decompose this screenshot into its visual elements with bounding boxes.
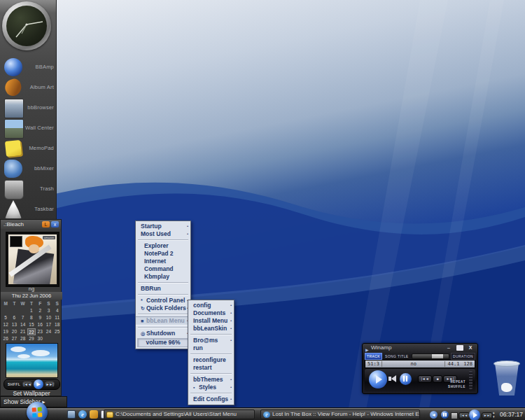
track-label[interactable]: TRACK: [365, 353, 382, 360]
calendar-day[interactable]: 14: [19, 321, 27, 328]
calendar-day[interactable]: 26: [1, 335, 10, 342]
menu-item-config[interactable]: config•: [188, 302, 234, 309]
pause-button[interactable]: [400, 373, 412, 385]
dock-item-trash[interactable]: Trash: [0, 179, 56, 200]
calendar-day[interactable]: 18: [53, 321, 62, 328]
calendar-day[interactable]: 24: [44, 328, 52, 335]
calendar-day[interactable]: 1: [27, 307, 36, 314]
dock-item-taskbar[interactable]: Taskbar: [0, 200, 56, 220]
menu-item-bbthemes[interactable]: bbThemes•: [188, 376, 234, 384]
menu-item-explorer[interactable]: Explorer: [136, 242, 190, 250]
calendar-day[interactable]: 23: [36, 328, 44, 335]
calendar-day[interactable]: 30: [36, 335, 44, 342]
tray-pause-button[interactable]: [441, 411, 449, 419]
calendar-day[interactable]: 22: [27, 328, 36, 335]
internet-explorer-icon[interactable]: e: [78, 410, 87, 419]
next-wallpaper-button[interactable]: ►►|: [45, 382, 55, 387]
widget-close-button[interactable]: x: [51, 221, 59, 227]
calendar-day[interactable]: [10, 307, 18, 314]
menu-item-documents[interactable]: Documents•: [188, 309, 234, 317]
minimize-icon[interactable]: –: [445, 345, 452, 351]
tray-stop-button[interactable]: [451, 412, 458, 419]
maximize-icon[interactable]: [456, 345, 463, 351]
calendar-day[interactable]: 8: [27, 314, 36, 321]
dock-item-memopad[interactable]: MemoPad: [0, 139, 56, 159]
start-button[interactable]: [27, 402, 48, 420]
menu-item-control-panel[interactable]: *Control Panel•: [136, 297, 190, 304]
tray-previous-button[interactable]: |◄◄: [458, 412, 470, 419]
show-desktop-icon[interactable]: [67, 410, 76, 419]
menu-item-install-menu[interactable]: Install Menu•: [188, 317, 234, 325]
menu-item-bblean-menu[interactable]: ■bbLean Menu•: [136, 316, 190, 326]
calendar-day[interactable]: 12: [1, 321, 10, 328]
dock-item-album-art[interactable]: Album Art: [0, 78, 56, 98]
menu-item-bbleanskin[interactable]: bbLeanSkin•: [188, 325, 234, 332]
menu-item-command[interactable]: Command: [136, 265, 190, 273]
calendar-day[interactable]: [1, 307, 10, 314]
calendar-day[interactable]: 11: [53, 314, 62, 321]
calendar-day[interactable]: 6: [10, 314, 18, 321]
dock-item-wall-center[interactable]: Wall Center: [0, 118, 56, 139]
calendar-day[interactable]: 28: [19, 335, 27, 342]
album-art[interactable]: amazon: [6, 232, 59, 287]
shuffle-label[interactable]: SHFFL: [8, 382, 20, 386]
calendar-day[interactable]: 3: [44, 307, 52, 314]
calendar-day[interactable]: [19, 307, 27, 314]
menu-item-bbrun[interactable]: BBRun: [136, 285, 190, 293]
menu-item-bro-ms[interactable]: Bro@ms•: [188, 337, 234, 344]
dock-item-bbamp[interactable]: BBAmp: [0, 57, 56, 78]
dock-item-bbbrowser[interactable]: bbBrowser: [0, 98, 56, 118]
winamp-icon[interactable]: [90, 410, 98, 419]
calendar-day[interactable]: 17: [44, 321, 52, 328]
calendar-day[interactable]: [44, 335, 52, 342]
calendar-day[interactable]: 7: [19, 314, 27, 321]
calendar-day[interactable]: [53, 335, 62, 342]
menu-item-reconfigure[interactable]: reconfigure: [188, 356, 234, 364]
prev-wallpaper-button[interactable]: |◄◄: [22, 382, 32, 387]
calendar-day[interactable]: 20: [10, 328, 18, 335]
volume-slider[interactable]: [469, 371, 472, 389]
winamp-titlebar[interactable]: ▶ Winamp – X: [363, 344, 477, 352]
menu-item-kbmplay[interactable]: Kbmplay: [136, 273, 190, 281]
tray-spinner[interactable]: ▴▾: [493, 410, 495, 419]
previous-button[interactable]: |◄◄: [418, 375, 432, 383]
tray-play-button[interactable]: [469, 410, 480, 420]
calendar-day[interactable]: 13: [10, 321, 18, 328]
menu-item-internet[interactable]: Internet: [136, 258, 190, 265]
play-wallpaper-button[interactable]: ▶: [34, 379, 43, 389]
play-button[interactable]: [369, 370, 387, 388]
menu-item-styles[interactable]: ▪Styles•: [188, 384, 234, 391]
calendar-day[interactable]: 19: [1, 328, 10, 335]
analog-clock[interactable]: [2, 1, 51, 50]
calendar-day[interactable]: 27: [10, 335, 18, 342]
calendar-day[interactable]: 5: [1, 314, 10, 321]
calendar-day[interactable]: 10: [44, 314, 52, 321]
seek-slider[interactable]: [412, 354, 449, 359]
calendar-day[interactable]: 2: [36, 307, 44, 314]
menu-item-shutdown[interactable]: ◎Shutdown•: [136, 330, 190, 337]
menu-item-quick-folders[interactable]: ↻Quick Folders•: [136, 304, 190, 312]
dock-item-bbmixer[interactable]: bbMixer: [0, 159, 56, 179]
menu-item-startup[interactable]: Startup•: [136, 223, 190, 230]
volume-icon[interactable]: [391, 375, 396, 382]
calendar-day[interactable]: 9: [36, 314, 44, 321]
stop-button[interactable]: ■: [433, 375, 442, 383]
close-icon[interactable]: X: [467, 345, 474, 351]
menu-item-restart[interactable]: restart: [188, 364, 234, 372]
calendar-day[interactable]: 16: [36, 321, 44, 328]
seek-thumb[interactable]: [432, 354, 443, 358]
menu-item-notepad-2[interactable]: NotePad 2: [136, 250, 190, 258]
task-button-browser[interactable]: e Lost In The Box :: View Forum - Help! …: [260, 410, 420, 419]
shuffle-toggle[interactable]: SHUFFLE: [448, 385, 465, 388]
calendar-day[interactable]: 25: [53, 328, 62, 335]
menu-item-run[interactable]: run: [188, 344, 234, 352]
repeat-toggle[interactable]: REPEAT: [450, 380, 465, 384]
calendar-day[interactable]: 21: [19, 328, 27, 335]
calendar-day[interactable]: 4: [53, 307, 62, 314]
wallpaper-thumbnail[interactable]: [6, 343, 58, 378]
menu-item-edit-configs[interactable]: Edit Configs•: [188, 396, 234, 403]
menu-item-volume-96-[interactable]: volume 96%: [137, 338, 189, 347]
menu-item-most-used[interactable]: Most Used•: [136, 230, 190, 238]
task-button-start-menu[interactable]: C:\Documents and Settings\All Users\Star…: [104, 410, 255, 419]
tray-next-button[interactable]: ►►|: [482, 412, 493, 419]
